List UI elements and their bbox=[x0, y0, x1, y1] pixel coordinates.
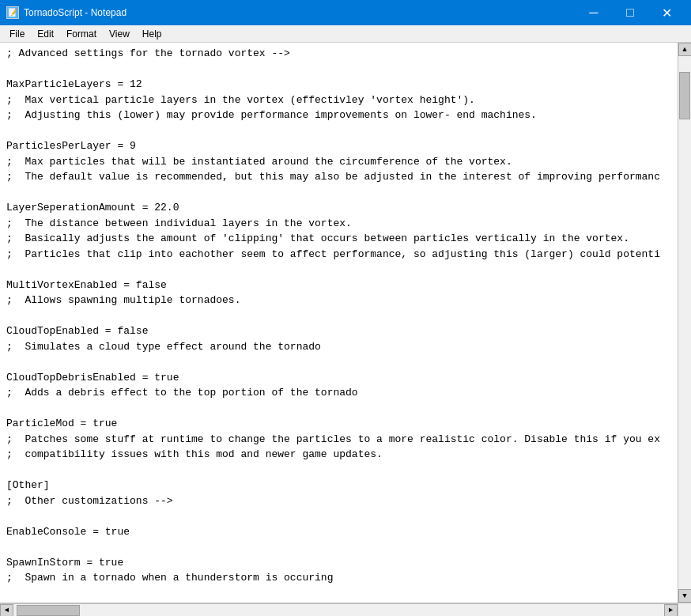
title-bar: 📝 TornadoScript - Notepad ─ □ ✕ bbox=[0, 0, 691, 25]
vertical-scrollbar[interactable]: ▲ ▼ bbox=[678, 43, 691, 603]
editor-container: ; Advanced settings for the tornado vort… bbox=[0, 43, 691, 603]
scrollbar-corner bbox=[678, 603, 691, 616]
menu-file[interactable]: File bbox=[3, 27, 31, 41]
menu-format[interactable]: Format bbox=[60, 27, 103, 41]
scroll-track-horizontal[interactable] bbox=[13, 604, 664, 616]
menu-edit[interactable]: Edit bbox=[31, 27, 60, 41]
scroll-thumb-vertical[interactable] bbox=[679, 72, 690, 119]
scroll-up-button[interactable]: ▲ bbox=[678, 43, 692, 56]
scroll-down-button[interactable]: ▼ bbox=[678, 589, 692, 603]
minimize-button[interactable]: ─ bbox=[576, 0, 612, 25]
window-controls: ─ □ ✕ bbox=[576, 0, 685, 25]
bottom-area: ◄ ► bbox=[0, 603, 691, 616]
horizontal-scrollbar[interactable]: ◄ ► bbox=[0, 603, 678, 616]
scroll-right-button[interactable]: ► bbox=[664, 604, 678, 617]
scroll-left-button[interactable]: ◄ bbox=[0, 604, 13, 617]
menu-help[interactable]: Help bbox=[136, 27, 168, 41]
scroll-thumb-horizontal[interactable] bbox=[17, 605, 80, 616]
menu-bar: File Edit Format View Help bbox=[0, 25, 691, 43]
maximize-button[interactable]: □ bbox=[612, 0, 648, 25]
scroll-track-vertical[interactable] bbox=[678, 56, 691, 589]
title-bar-left: 📝 TornadoScript - Notepad bbox=[6, 6, 126, 19]
close-button[interactable]: ✕ bbox=[648, 0, 685, 25]
editor-content[interactable]: ; Advanced settings for the tornado vort… bbox=[0, 43, 678, 603]
menu-view[interactable]: View bbox=[103, 27, 136, 41]
app-icon: 📝 bbox=[6, 6, 19, 19]
window-title: TornadoScript - Notepad bbox=[24, 7, 126, 18]
